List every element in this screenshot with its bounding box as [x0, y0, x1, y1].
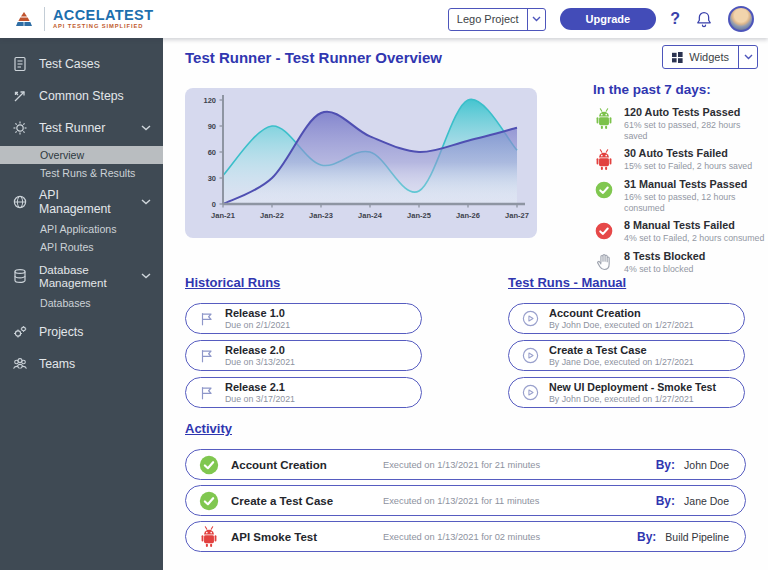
- sidebar-item-database-management[interactable]: Database Management: [0, 262, 163, 289]
- release-name: Release 2.0: [225, 344, 295, 357]
- logo-tagline: API TESTING SIMPLIFIED: [53, 24, 153, 30]
- chevron-down-icon: [141, 125, 151, 131]
- widgets-dropdown[interactable]: Widgets: [662, 45, 758, 69]
- sidebar-item-test-runner[interactable]: Test Runner: [0, 114, 163, 141]
- check-green-icon: [198, 454, 220, 476]
- activity-by-name: Build Pipeline: [665, 531, 729, 543]
- test-runs-manual-section: Test Runs - Manual Account Creation By J…: [508, 275, 745, 414]
- chevron-down-icon: [141, 199, 151, 205]
- stat-label: 30 Auto Tests Failed: [624, 147, 752, 160]
- sidebar-item-label: Projects: [39, 325, 83, 339]
- main-content: Test Runner - Test Runner Overview Widge…: [163, 38, 768, 570]
- activity-by-name: Jane Doe: [684, 495, 729, 507]
- manual-run-sub: By Jane Doe, executed on 1/27/2021: [549, 357, 694, 367]
- svg-text:60: 60: [208, 148, 216, 157]
- sidebar-subitem-databases[interactable]: Databases: [0, 294, 163, 312]
- by-label: By:: [637, 530, 656, 544]
- widgets-label: Widgets: [689, 51, 729, 63]
- stat-label: 120 Auto Tests Passed: [624, 106, 765, 119]
- sidebar-subitem-api-routes[interactable]: API Routes: [0, 238, 163, 256]
- activity-row[interactable]: API Smoke Test Executed on 1/13/2021 for…: [185, 521, 746, 552]
- manual-run-sub: By John Doe, executed on 1/27/2021: [549, 320, 694, 330]
- activity-row[interactable]: Account Creation Executed on 1/13/2021 f…: [185, 449, 746, 480]
- stat-label: 8 Manual Tests Failed: [624, 219, 764, 232]
- activity-detail: Executed on 1/13/2021 for 11 minutes: [383, 496, 656, 506]
- sidebar-item-label: Common Steps: [39, 89, 124, 103]
- stat-auto-failed: 30 Auto Tests Failed 15% set to Failed, …: [593, 147, 765, 172]
- stat-blocked: 8 Tests Blocked 4% set to blocked: [593, 250, 765, 275]
- svg-text:120: 120: [203, 96, 216, 105]
- upgrade-button[interactable]: Upgrade: [560, 8, 657, 30]
- sidebar-item-label: API Management: [39, 188, 130, 216]
- svg-text:90: 90: [208, 122, 216, 131]
- sidebar-item-api-management[interactable]: API Management: [0, 188, 163, 215]
- manual-run-card[interactable]: New UI Deployment - Smoke Test By John D…: [508, 377, 745, 408]
- by-label: By:: [656, 458, 675, 472]
- stat-sub: 16% set to passed, 12 hours consumed: [624, 192, 765, 214]
- sidebar-item-label: Database Management: [39, 263, 130, 289]
- manual-run-name: New UI Deployment - Smoke Test: [549, 381, 716, 393]
- play-circle-icon: [521, 346, 540, 365]
- stat-label: 31 Manual Tests Passed: [624, 178, 765, 191]
- activity-heading: Activity: [185, 421, 746, 436]
- release-card[interactable]: Release 2.0 Due on 3/13/2021: [185, 340, 422, 371]
- gear-icon: [12, 120, 28, 136]
- notifications-bell-icon[interactable]: [694, 9, 714, 30]
- sidebar-item-label: Test Cases: [39, 57, 100, 71]
- manual-run-card[interactable]: Create a Test Case By Jane Doe, executed…: [508, 340, 745, 371]
- activity-name: API Smoke Test: [231, 531, 383, 543]
- project-select-value: Lego Project: [449, 9, 527, 30]
- sidebar-subitem-overview[interactable]: Overview: [0, 146, 163, 164]
- steps-arrows-icon: [12, 88, 28, 104]
- top-header: ACCELATEST API TESTING SIMPLIFIED Lego P…: [0, 0, 768, 38]
- past-7-days-panel: In the past 7 days: 120 Auto Tests Passe…: [593, 82, 765, 280]
- chevron-down-icon[interactable]: [527, 9, 545, 30]
- android-green-icon: [593, 107, 615, 131]
- svg-text:Jan-22: Jan-22: [260, 211, 284, 220]
- activity-row[interactable]: Create a Test Case Executed on 1/13/2021…: [185, 485, 746, 516]
- manual-run-card[interactable]: Account Creation By John Doe, executed o…: [508, 303, 745, 334]
- activity-name: Account Creation: [231, 459, 383, 471]
- sidebar-item-test-cases[interactable]: Test Cases: [0, 50, 163, 77]
- sidebar-item-label: Test Runner: [39, 121, 105, 135]
- android-red-icon: [593, 148, 615, 172]
- svg-text:Jan-26: Jan-26: [456, 211, 480, 220]
- stat-manual-failed: 8 Manual Tests Failed 4% set to Failed, …: [593, 219, 765, 244]
- svg-text:Jan-27: Jan-27: [505, 211, 529, 220]
- historical-runs-section: Historical Runs Release 1.0 Due on 2/1/2…: [185, 275, 422, 414]
- svg-text:Jan-21: Jan-21: [211, 211, 235, 220]
- release-due: Due on 3/13/2021: [225, 357, 295, 367]
- play-circle-icon: [521, 383, 540, 402]
- android-red-icon: [198, 525, 220, 549]
- sidebar-subitem-api-applications[interactable]: API Applications: [0, 220, 163, 238]
- activity-by-name: John Doe: [684, 459, 729, 471]
- check-green-icon: [593, 179, 615, 201]
- sidebar-item-teams[interactable]: Teams: [0, 350, 163, 377]
- stat-sub: 61% set to passed, 282 hours saved: [624, 120, 765, 142]
- sidebar-item-common-steps[interactable]: Common Steps: [0, 82, 163, 109]
- svg-text:Jan-24: Jan-24: [358, 211, 383, 220]
- svg-text:Jan-23: Jan-23: [309, 211, 333, 220]
- stat-label: 8 Tests Blocked: [624, 250, 705, 263]
- release-card[interactable]: Release 2.1 Due on 3/17/2021: [185, 377, 422, 408]
- manual-run-sub: By John Doe, executed on 1/27/2021: [549, 394, 716, 404]
- stat-sub: 4% set to Failed, 2 hours consumed: [624, 233, 764, 244]
- page-title: Test Runner - Test Runner Overview: [185, 49, 442, 66]
- database-icon: [12, 268, 28, 284]
- globe-icon: [12, 194, 28, 210]
- project-select[interactable]: Lego Project: [448, 8, 546, 31]
- gears-projects-icon: [12, 324, 28, 340]
- svg-text:Jan-25: Jan-25: [407, 211, 431, 220]
- user-avatar[interactable]: [728, 6, 754, 32]
- chevron-down-icon[interactable]: [738, 46, 757, 68]
- stat-sub: 4% set to blocked: [624, 264, 705, 275]
- chevron-down-icon: [141, 273, 151, 279]
- help-icon[interactable]: ?: [670, 10, 680, 28]
- sidebar-subitem-test-runs-results[interactable]: Test Runs & Results: [0, 164, 163, 182]
- people-teams-icon: [12, 356, 28, 372]
- release-card[interactable]: Release 1.0 Due on 2/1/2021: [185, 303, 422, 334]
- sidebar-item-projects[interactable]: Projects: [0, 318, 163, 345]
- flag-icon: [198, 347, 216, 365]
- flag-icon: [198, 310, 216, 328]
- check-green-icon: [198, 490, 220, 512]
